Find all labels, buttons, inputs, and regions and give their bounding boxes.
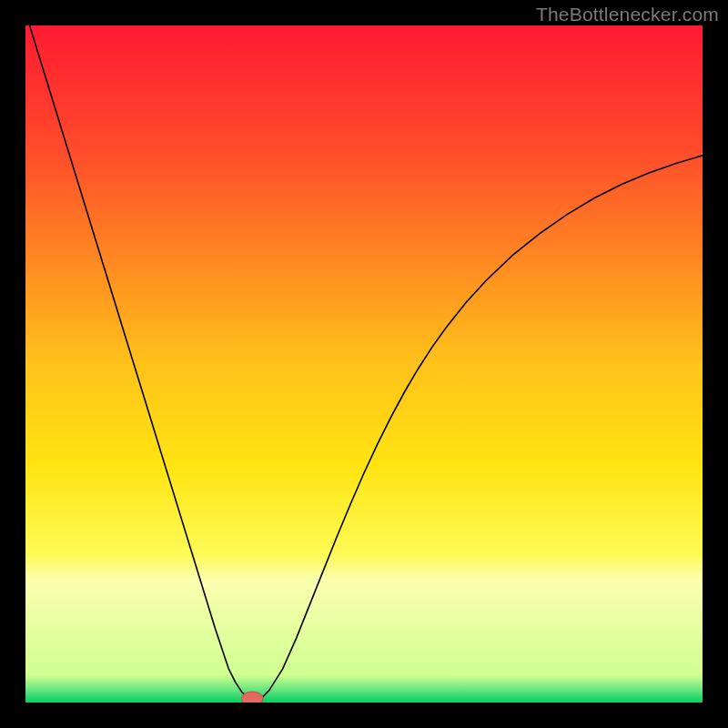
watermark-text: TheBottlenecker.com bbox=[536, 4, 719, 25]
bottleneck-chart bbox=[25, 25, 703, 703]
optimal-marker bbox=[241, 692, 263, 703]
chart-background bbox=[25, 25, 703, 703]
chart-container bbox=[25, 25, 703, 703]
